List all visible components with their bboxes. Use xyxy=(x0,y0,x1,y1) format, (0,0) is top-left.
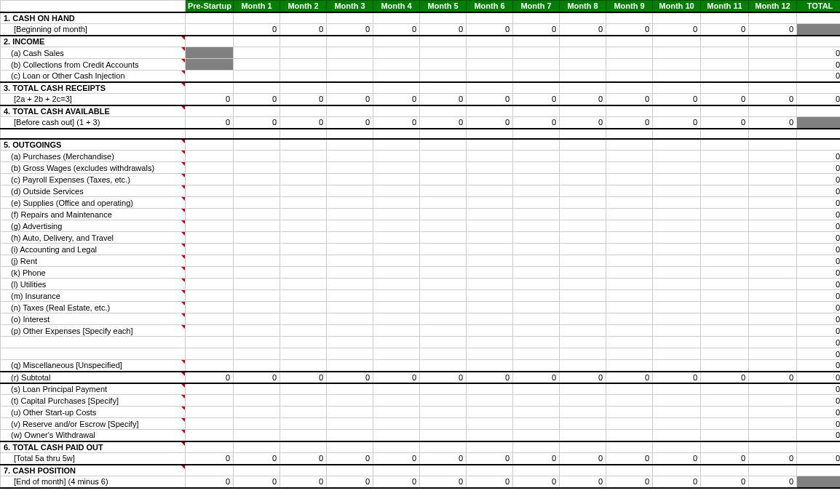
data-cell[interactable] xyxy=(513,220,560,232)
row-label[interactable]: (s) Loan Principal Payment xyxy=(1,383,186,395)
data-cell[interactable] xyxy=(280,313,327,325)
data-cell[interactable] xyxy=(701,185,749,197)
data-cell[interactable] xyxy=(749,185,797,197)
cashflow-table[interactable]: Pre-Startup Month 1 Month 2 Month 3 Mont… xyxy=(0,0,840,489)
data-cell[interactable] xyxy=(701,71,749,82)
data-cell[interactable] xyxy=(186,267,234,279)
data-cell[interactable] xyxy=(606,383,653,395)
data-cell[interactable] xyxy=(653,185,701,197)
data-cell[interactable] xyxy=(327,313,373,325)
data-cell[interactable] xyxy=(327,12,373,24)
data-cell[interactable] xyxy=(467,197,513,209)
data-cell[interactable] xyxy=(467,302,513,313)
data-cell[interactable]: 0 xyxy=(513,453,560,465)
data-cell[interactable] xyxy=(327,47,373,59)
data-cell[interactable] xyxy=(373,255,420,267)
data-cell[interactable] xyxy=(420,197,467,209)
row-label[interactable]: (e) Supplies (Office and operating) xyxy=(1,197,186,209)
data-cell[interactable]: 0 xyxy=(606,94,653,105)
data-cell[interactable] xyxy=(327,36,373,47)
data-cell[interactable] xyxy=(606,465,653,476)
data-cell[interactable] xyxy=(327,59,373,71)
data-cell[interactable] xyxy=(513,418,560,430)
data-cell[interactable] xyxy=(606,360,653,372)
data-cell[interactable] xyxy=(749,162,797,174)
data-cell[interactable] xyxy=(653,47,701,59)
data-cell[interactable] xyxy=(653,244,701,255)
total-cell[interactable]: 0 xyxy=(797,279,841,290)
data-cell[interactable] xyxy=(513,162,560,174)
data-cell[interactable] xyxy=(606,47,653,59)
data-cell[interactable] xyxy=(420,302,467,313)
data-cell[interactable]: 0 xyxy=(234,24,280,36)
data-cell[interactable] xyxy=(280,151,327,162)
data-cell[interactable] xyxy=(467,255,513,267)
data-cell[interactable] xyxy=(606,197,653,209)
row-label[interactable]: (h) Auto, Delivery, and Travel xyxy=(1,232,186,244)
data-cell[interactable]: 0 xyxy=(420,453,467,465)
data-cell[interactable] xyxy=(513,244,560,255)
data-cell[interactable] xyxy=(280,82,327,94)
data-cell[interactable] xyxy=(749,441,797,453)
data-cell[interactable] xyxy=(420,139,467,151)
data-cell[interactable] xyxy=(749,383,797,395)
data-cell[interactable] xyxy=(749,129,797,139)
data-cell[interactable] xyxy=(186,220,234,232)
data-cell[interactable] xyxy=(606,12,653,24)
data-cell[interactable] xyxy=(701,47,749,59)
data-cell[interactable] xyxy=(560,162,606,174)
data-cell[interactable] xyxy=(186,348,234,360)
row-label[interactable]: (b) Gross Wages (excludes withdrawals) xyxy=(1,162,186,174)
data-cell[interactable] xyxy=(467,185,513,197)
data-cell[interactable]: 0 xyxy=(513,117,560,129)
data-cell[interactable] xyxy=(280,430,327,441)
data-cell[interactable] xyxy=(234,220,280,232)
data-cell[interactable] xyxy=(467,105,513,117)
row-label[interactable]: 5. OUTGOINGS xyxy=(1,139,186,151)
data-cell[interactable] xyxy=(234,441,280,453)
data-cell[interactable] xyxy=(606,337,653,348)
data-cell[interactable]: 0 xyxy=(701,372,749,383)
data-cell[interactable] xyxy=(420,232,467,244)
data-cell[interactable] xyxy=(653,151,701,162)
data-cell[interactable]: 0 xyxy=(373,476,420,488)
data-cell[interactable] xyxy=(327,139,373,151)
data-cell[interactable] xyxy=(373,395,420,407)
data-cell[interactable] xyxy=(234,71,280,82)
data-cell[interactable] xyxy=(420,220,467,232)
total-cell[interactable]: 0 xyxy=(797,185,841,197)
data-cell[interactable] xyxy=(560,348,606,360)
row-label[interactable]: (f) Repairs and Maintenance xyxy=(1,209,186,220)
total-cell[interactable] xyxy=(797,12,841,24)
row-label[interactable]: 2. INCOME xyxy=(1,36,186,47)
data-cell[interactable] xyxy=(701,360,749,372)
data-cell[interactable] xyxy=(420,279,467,290)
data-cell[interactable]: 0 xyxy=(186,476,234,488)
data-cell[interactable] xyxy=(701,348,749,360)
data-cell[interactable] xyxy=(513,71,560,82)
data-cell[interactable] xyxy=(373,36,420,47)
row-label[interactable]: (p) Other Expenses [Specify each] xyxy=(1,325,186,337)
data-cell[interactable] xyxy=(280,290,327,302)
data-cell[interactable] xyxy=(280,348,327,360)
data-cell[interactable] xyxy=(234,418,280,430)
data-cell[interactable] xyxy=(234,209,280,220)
data-cell[interactable]: 0 xyxy=(513,476,560,488)
data-cell[interactable] xyxy=(467,82,513,94)
data-cell[interactable] xyxy=(606,407,653,418)
data-cell[interactable] xyxy=(280,383,327,395)
total-cell[interactable] xyxy=(797,441,841,453)
data-cell[interactable] xyxy=(701,465,749,476)
data-cell[interactable] xyxy=(327,185,373,197)
data-cell[interactable] xyxy=(186,244,234,255)
data-cell[interactable] xyxy=(606,325,653,337)
data-cell[interactable]: 0 xyxy=(234,372,280,383)
data-cell[interactable] xyxy=(560,105,606,117)
data-cell[interactable] xyxy=(701,383,749,395)
data-cell[interactable] xyxy=(653,162,701,174)
data-cell[interactable]: 0 xyxy=(280,24,327,36)
data-cell[interactable]: 0 xyxy=(467,453,513,465)
data-cell[interactable] xyxy=(234,360,280,372)
data-cell[interactable] xyxy=(280,185,327,197)
data-cell[interactable] xyxy=(513,185,560,197)
